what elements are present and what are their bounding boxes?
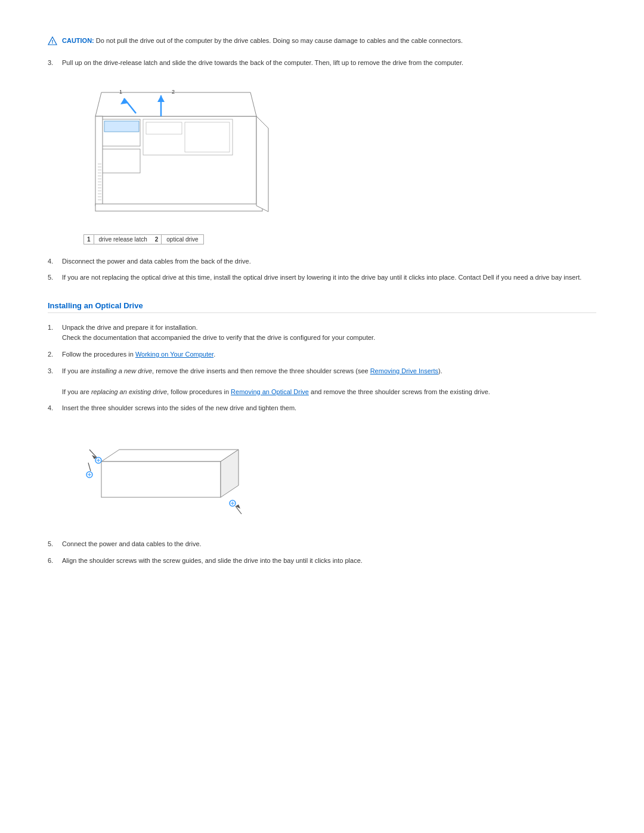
svg-marker-32 xyxy=(101,450,239,462)
italic-replacing-drive: replacing an existing drive xyxy=(91,388,167,395)
step-3-text: Pull up on the drive-release latch and s… xyxy=(62,58,463,69)
install-step-5-text: Connect the power and data cables to the… xyxy=(62,539,202,550)
working-on-computer-link[interactable]: Working on Your Computer xyxy=(135,351,213,358)
svg-text:2: 2 xyxy=(172,89,175,95)
steps-5-6-list: 5. Connect the power and data cables to … xyxy=(48,539,596,566)
caption-label-2: optical drive xyxy=(162,235,203,244)
installing-section-heading: Installing an Optical Drive xyxy=(48,301,596,313)
step-num-4: 4. xyxy=(48,256,57,267)
step-num-5: 5. xyxy=(48,272,57,283)
install-step-2-text: Follow the procedures in Working on Your… xyxy=(62,349,215,360)
computer-diagram: 1 2 xyxy=(83,80,274,218)
install-step-num-6: 6. xyxy=(48,556,57,566)
install-step-3: 3. If you are installing a new drive, re… xyxy=(48,366,596,398)
steps-4-5-list: 4. Disconnect the power and data cables … xyxy=(48,256,596,283)
install-step-num-2: 2. xyxy=(48,349,57,360)
svg-marker-3 xyxy=(95,92,256,116)
step-5: 5. If you are not replacing the optical … xyxy=(48,272,596,283)
svg-rect-8 xyxy=(101,149,140,173)
removing-optical-drive-link[interactable]: Removing an Optical Drive xyxy=(231,388,309,395)
step-4-text: Disconnect the power and data cables fro… xyxy=(62,256,251,267)
caution-description: Do not pull the drive out of the compute… xyxy=(96,37,463,44)
svg-rect-9 xyxy=(95,116,103,206)
step-num-3: 3. xyxy=(48,58,57,69)
svg-rect-10 xyxy=(95,204,262,211)
install-step-num-5: 5. xyxy=(48,539,57,550)
caution-icon: ! xyxy=(48,36,57,46)
caption-num-2: 2 xyxy=(152,235,162,244)
italic-new-drive: installing a new drive xyxy=(91,367,152,374)
svg-marker-48 xyxy=(236,504,240,509)
install-step-6: 6. Align the shoulder screws with the sc… xyxy=(48,556,596,566)
install-step-4-text: Insert the three shoulder screws into th… xyxy=(62,403,296,414)
svg-text:1: 1 xyxy=(119,89,122,95)
svg-rect-18 xyxy=(104,121,139,132)
install-step-6-text: Align the shoulder screws with the screw… xyxy=(62,556,363,566)
install-step-1-text: Unpack the drive and prepare it for inst… xyxy=(62,323,375,343)
install-step-4: 4. Insert the three shoulder screws into… xyxy=(48,403,596,414)
svg-marker-11 xyxy=(256,116,268,212)
step-4: 4. Disconnect the power and data cables … xyxy=(48,256,596,267)
install-step-1: 1. Unpack the drive and prepare it for i… xyxy=(48,323,596,343)
install-step-5: 5. Connect the power and data cables to … xyxy=(48,539,596,550)
install-step-3-text: If you are installing a new drive, remov… xyxy=(62,366,490,398)
svg-text:!: ! xyxy=(52,39,54,45)
computer-diagram-container: 1 2 xyxy=(83,80,596,218)
installing-steps-list: 1. Unpack the drive and prepare it for i… xyxy=(48,323,596,414)
removing-steps-list: 3. Pull up on the drive-release latch an… xyxy=(48,58,596,69)
caution-text: CAUTION: Do not pull the drive out of th… xyxy=(62,36,463,46)
caption-box: 1 drive release latch 2 optical drive xyxy=(83,234,204,244)
install-step-num-3: 3. xyxy=(48,366,57,398)
install-step-2: 2. Follow the procedures in Working on Y… xyxy=(48,349,596,360)
svg-rect-33 xyxy=(101,462,221,497)
drive-screws-diagram-container xyxy=(83,426,596,527)
caption-num-1: 1 xyxy=(84,235,94,244)
caption-label-1: drive release latch xyxy=(94,235,152,244)
caution-block: ! CAUTION: Do not pull the drive out of … xyxy=(48,36,596,46)
removing-drive-inserts-link[interactable]: Removing Drive Inserts xyxy=(370,367,438,374)
install-step-num-1: 1. xyxy=(48,323,57,343)
step-3: 3. Pull up on the drive-release latch an… xyxy=(48,58,596,69)
caution-label: CAUTION: xyxy=(62,37,94,44)
drive-screws-diagram xyxy=(83,426,250,527)
svg-line-43 xyxy=(88,463,91,471)
step-5-text: If you are not replacing the optical dri… xyxy=(62,272,581,283)
install-step-num-4: 4. xyxy=(48,403,57,414)
